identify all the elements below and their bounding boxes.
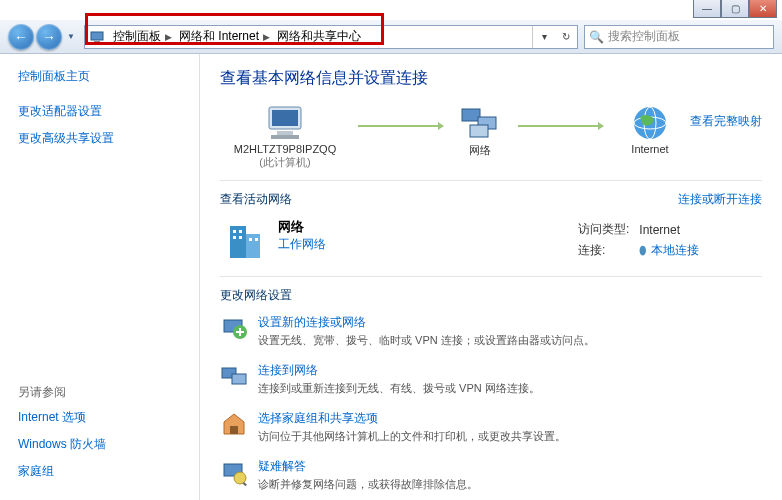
sidebar-home-link[interactable]: 控制面板主页 [18,68,189,85]
page-title: 查看基本网络信息并设置连接 [220,68,762,89]
settings-item-desc: 诊断并修复网络问题，或获得故障排除信息。 [258,477,478,492]
internet-icon [630,103,670,143]
diagram-link [358,125,442,127]
svg-rect-19 [255,238,258,241]
svg-rect-24 [230,426,238,434]
breadcrumb-item[interactable]: 网络和 Internet▶ [175,26,273,48]
settings-item-title[interactable]: 设置新的连接或网络 [258,314,595,331]
sidebar: 控制面板主页 更改适配器设置 更改高级共享设置 另请参阅 Internet 选项… [0,54,200,500]
computer-sub: (此计算机) [259,155,310,170]
homegroup-icon [220,410,248,438]
settings-item: 设置新的连接或网络设置无线、宽带、拨号、临时或 VPN 连接；或设置路由器或访问… [220,314,762,348]
settings-item: 选择家庭组和共享选项访问位于其他网络计算机上的文件和打印机，或更改共享设置。 [220,410,762,444]
network-center-icon [89,29,105,45]
connection-link[interactable]: 本地连接 [651,243,699,257]
connect-network-icon [220,362,248,390]
internet-name: Internet [631,143,668,155]
active-network-type-link[interactable]: 工作网络 [278,236,572,253]
svg-rect-8 [470,125,488,137]
main-panel: 查看基本网络信息并设置连接 M2HLTZT9P8IPZQQ (此计算机) 网络 [200,54,782,500]
svg-rect-1 [94,41,100,43]
forward-button[interactable]: → [36,24,62,50]
nav-bar: ← → ▼ 控制面板▶ 网络和 Internet▶ 网络和共享中心 ▾ ↻ 🔍 … [0,20,782,54]
svg-rect-13 [246,234,260,258]
settings-item-desc: 访问位于其他网络计算机上的文件和打印机，或更改共享设置。 [258,429,566,444]
back-button[interactable]: ← [8,24,34,50]
sidebar-link-sharing[interactable]: 更改高级共享设置 [18,130,189,147]
breadcrumb-label: 网络和 Internet [179,28,259,45]
refresh-button[interactable]: ↻ [555,26,577,48]
connections-label: 连接: [574,241,633,260]
breadcrumb-label: 控制面板 [113,28,161,45]
change-settings-heading: 更改网络设置 [220,287,762,304]
history-dropdown[interactable]: ▼ [64,24,78,50]
settings-item: 连接到网络连接到或重新连接到无线、有线、拨号或 VPN 网络连接。 [220,362,762,396]
search-icon: 🔍 [589,30,604,44]
sidebar-link-firewall[interactable]: Windows 防火墙 [18,436,189,453]
maximize-button[interactable]: ▢ [721,0,749,18]
new-connection-icon [220,314,248,342]
divider [220,276,762,277]
chevron-right-icon[interactable]: ▶ [259,32,273,42]
divider [220,180,762,181]
settings-item-title[interactable]: 连接到网络 [258,362,540,379]
settings-item-title[interactable]: 选择家庭组和共享选项 [258,410,566,427]
svg-rect-3 [272,110,298,126]
search-box[interactable]: 🔍 搜索控制面板 [584,25,774,49]
network-name: 网络 [469,143,491,158]
active-network-name: 网络 [278,218,572,236]
svg-rect-6 [462,109,480,121]
full-map-link[interactable]: 查看完整映射 [690,103,762,130]
search-placeholder: 搜索控制面板 [608,28,680,45]
settings-item: 疑难解答诊断并修复网络问题，或获得故障排除信息。 [220,458,762,492]
sidebar-link-homegroup[interactable]: 家庭组 [18,463,189,480]
breadcrumb-label: 网络和共享中心 [277,28,361,45]
active-network-row: 网络 工作网络 访问类型:Internet 连接:⬮ 本地连接 [220,218,762,266]
window-controls: — ▢ ✕ [693,0,777,18]
chevron-right-icon[interactable]: ▶ [161,32,175,42]
diagram-link [518,125,602,127]
svg-rect-14 [233,230,236,233]
computer-name: M2HLTZT9P8IPZQQ [234,143,336,155]
settings-item-desc: 设置无线、宽带、拨号、临时或 VPN 连接；或设置路由器或访问点。 [258,333,595,348]
access-type-label: 访问类型: [574,220,633,239]
svg-rect-16 [233,236,236,239]
svg-rect-0 [91,32,103,40]
address-dropdown[interactable]: ▾ [533,26,555,48]
minimize-button[interactable]: — [693,0,721,18]
breadcrumb-item[interactable]: 网络和共享中心 [273,26,361,48]
sidebar-link-internet-options[interactable]: Internet 选项 [18,409,189,426]
access-type-value: Internet [635,220,702,239]
breadcrumb-item[interactable]: 控制面板▶ [109,26,175,48]
svg-rect-15 [239,230,242,233]
svg-rect-4 [277,131,293,135]
sidebar-link-adapter[interactable]: 更改适配器设置 [18,103,189,120]
address-bar[interactable]: 控制面板▶ 网络和 Internet▶ 网络和共享中心 ▾ ↻ [84,25,578,49]
close-button[interactable]: ✕ [749,0,777,18]
network-icon [458,103,502,143]
troubleshoot-icon [220,458,248,486]
svg-rect-12 [230,226,246,258]
settings-item-title[interactable]: 疑难解答 [258,458,478,475]
svg-rect-18 [249,238,252,241]
connect-disconnect-link[interactable]: 连接或断开连接 [678,191,762,208]
computer-icon [261,103,309,143]
adapter-icon: ⬮ [639,243,647,257]
see-also-heading: 另请参阅 [18,384,189,401]
svg-rect-5 [271,135,299,139]
network-diagram: M2HLTZT9P8IPZQQ (此计算机) 网络 Internet 查看完整映… [220,103,762,170]
svg-rect-23 [232,374,246,384]
content-area: 控制面板主页 更改适配器设置 更改高级共享设置 另请参阅 Internet 选项… [0,54,782,500]
network-building-icon [220,218,268,266]
settings-item-desc: 连接到或重新连接到无线、有线、拨号或 VPN 网络连接。 [258,381,540,396]
svg-rect-17 [239,236,242,239]
